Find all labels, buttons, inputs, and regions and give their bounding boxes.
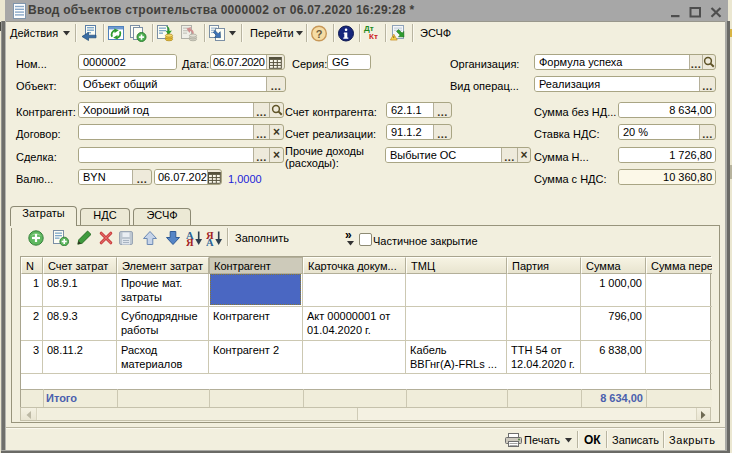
- svg-text:А: А: [206, 237, 214, 246]
- svg-text:Я: Я: [186, 237, 194, 246]
- svg-text:?: ?: [316, 28, 323, 40]
